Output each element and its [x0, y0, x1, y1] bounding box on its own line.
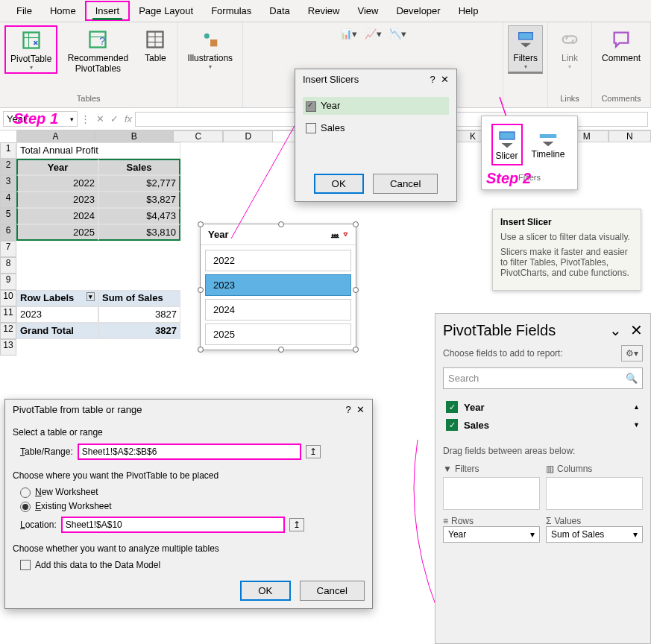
cell-a3[interactable]: 2022	[16, 175, 98, 192]
recommended-pivottables-button[interactable]: ? Recommended PivotTables	[59, 25, 136, 76]
cancel-button[interactable]: Cancel	[373, 174, 438, 194]
scroll-up-icon[interactable]: ▲	[633, 403, 640, 411]
slicer-button[interactable]: Slicer	[491, 124, 523, 165]
menu-help[interactable]: Help	[450, 2, 488, 19]
comment-button[interactable]: Comment	[597, 25, 646, 66]
charts-icon[interactable]: 📊▾	[337, 25, 360, 42]
ok-button[interactable]: OK	[240, 581, 290, 601]
pt-grandtotal-val[interactable]: 3827	[98, 323, 180, 339]
field-year[interactable]: ✓Year▲	[443, 398, 643, 416]
filters-button[interactable]: Filters ▾	[508, 25, 543, 74]
dialog-title: Insert Slicers	[303, 74, 359, 85]
cell-a4[interactable]: 2023	[16, 192, 98, 208]
col-D[interactable]: D	[223, 130, 273, 142]
slicer-year[interactable]: Year ⅏ ▽ 2022 2023 2024 2025	[200, 224, 356, 350]
pt-row-2023[interactable]: 2023	[16, 306, 98, 323]
charts-icon-2[interactable]: 📈▾	[362, 25, 385, 42]
cell-title[interactable]: Total Annual Profit	[16, 142, 180, 159]
svg-rect-11	[210, 40, 217, 46]
slicer-item-2025[interactable]: 2025	[205, 323, 351, 345]
col-B[interactable]: B	[95, 130, 173, 142]
filter-dropdown-icon[interactable]: ▾	[87, 292, 95, 301]
cell-b5[interactable]: $4,473	[98, 208, 180, 224]
table-range-input[interactable]: Sheet1!$A$2:$B$6	[78, 443, 301, 460]
menu-formulas[interactable]: Formulas	[202, 2, 260, 19]
rows-drop-year[interactable]: Year▾	[443, 526, 540, 543]
menu-view[interactable]: View	[348, 2, 387, 19]
menu-home[interactable]: Home	[41, 2, 85, 19]
pivottable-button[interactable]: PivotTable ▾	[4, 25, 57, 74]
pt-rowlabels[interactable]: Row Labels ▾	[16, 290, 98, 306]
close-icon[interactable]: ✕	[630, 322, 643, 338]
columns-drop-area[interactable]	[546, 477, 643, 510]
col-C[interactable]: C	[173, 130, 223, 142]
charts-icon-3[interactable]: 📉▾	[386, 25, 409, 42]
dropdown-icon[interactable]: ⋮	[81, 113, 90, 124]
cell-a6[interactable]: 2025	[16, 224, 98, 241]
new-worksheet-radio[interactable]: New Worksheet	[20, 487, 365, 498]
clear-filter-icon[interactable]: ▽	[343, 229, 348, 240]
range-picker-icon[interactable]: ↥	[306, 445, 321, 458]
link-button[interactable]: Link ▾	[553, 25, 587, 72]
svg-text:?: ?	[100, 35, 106, 47]
accept-formula-icon[interactable]: ✓	[110, 113, 119, 124]
values-drop-sum[interactable]: Sum of Sales▾	[546, 526, 643, 543]
slicer-item-2023[interactable]: 2023	[205, 274, 351, 296]
filters-drop-area[interactable]	[443, 477, 540, 510]
col-A[interactable]: A	[16, 130, 95, 142]
existing-worksheet-radio[interactable]: Existing Worksheet	[20, 501, 365, 512]
slicer-item-2024[interactable]: 2024	[205, 299, 351, 321]
slicer-field-sales[interactable]: Sales	[303, 119, 449, 137]
menu-data[interactable]: Data	[260, 2, 298, 19]
chevron-down-icon[interactable]: ⌄	[609, 322, 622, 338]
search-placeholder: Search	[448, 373, 479, 384]
illustrations-button[interactable]: Illustrations ▾	[182, 25, 238, 72]
cancel-button[interactable]: Cancel	[300, 581, 365, 601]
ok-button[interactable]: OK	[314, 174, 364, 194]
fx-icon[interactable]: fx	[125, 113, 132, 124]
checkbox-sales[interactable]	[306, 123, 316, 133]
step2-label: Step 2	[486, 170, 531, 187]
chevron-down-icon: ▾	[568, 63, 571, 70]
search-input[interactable]: Search 🔍	[443, 367, 643, 389]
slicer-field-year[interactable]: Year	[303, 97, 449, 115]
insert-slicer-tooltip: Insert Slicer Use a slicer to filter dat…	[492, 209, 641, 291]
gear-icon[interactable]: ⚙▾	[621, 345, 643, 362]
svg-rect-13	[500, 132, 515, 139]
field-sales[interactable]: ✓Sales▼	[443, 416, 643, 434]
pt-val-2023[interactable]: 3827	[98, 306, 180, 323]
timeline-button[interactable]: Timeline	[529, 124, 568, 165]
cell-head-sales[interactable]: Sales	[98, 159, 180, 175]
close-icon[interactable]: ✕	[356, 404, 365, 415]
col-N[interactable]: N	[608, 130, 651, 142]
table-button[interactable]: Table	[138, 25, 172, 66]
pt-sumof[interactable]: Sum of Sales	[98, 290, 180, 306]
checkbox-year[interactable]	[306, 101, 316, 112]
menu-insert[interactable]: Insert	[85, 1, 130, 21]
range-picker-icon[interactable]: ↥	[289, 518, 304, 531]
menu-review[interactable]: Review	[299, 2, 349, 19]
cell-b3[interactable]: $2,777	[98, 175, 180, 192]
help-icon[interactable]: ?	[430, 74, 435, 85]
slicer-item-2022[interactable]: 2022	[205, 250, 351, 271]
cell-head-year[interactable]: Year	[16, 159, 98, 175]
help-icon[interactable]: ?	[346, 404, 351, 415]
cell-a5[interactable]: 2024	[16, 208, 98, 224]
cancel-formula-icon[interactable]: ✕	[96, 113, 104, 124]
pt-grandtotal[interactable]: Grand Total	[16, 323, 98, 339]
chevron-down-icon: ▾	[524, 63, 527, 70]
cell-b4[interactable]: $3,827	[98, 192, 180, 208]
menu-developer[interactable]: Developer	[387, 2, 449, 19]
add-datamodel-checkbox[interactable]: Add this data to the Data Model	[20, 560, 365, 571]
menu-file[interactable]: File	[7, 2, 41, 19]
close-icon[interactable]: ✕	[441, 74, 449, 85]
cell-b6[interactable]: $3,810	[98, 224, 180, 241]
tables-group-label: Tables	[77, 94, 101, 104]
tooltip-title: Insert Slicer	[500, 217, 633, 227]
scroll-down-icon[interactable]: ▼	[633, 421, 640, 429]
multiselect-icon[interactable]: ⅏	[330, 229, 340, 240]
pivottable-icon	[19, 28, 43, 52]
menu-pagelayout[interactable]: Page Layout	[130, 2, 202, 19]
filters-label: Filters	[513, 53, 538, 63]
location-input[interactable]: Sheet1!$A$10	[61, 517, 285, 533]
